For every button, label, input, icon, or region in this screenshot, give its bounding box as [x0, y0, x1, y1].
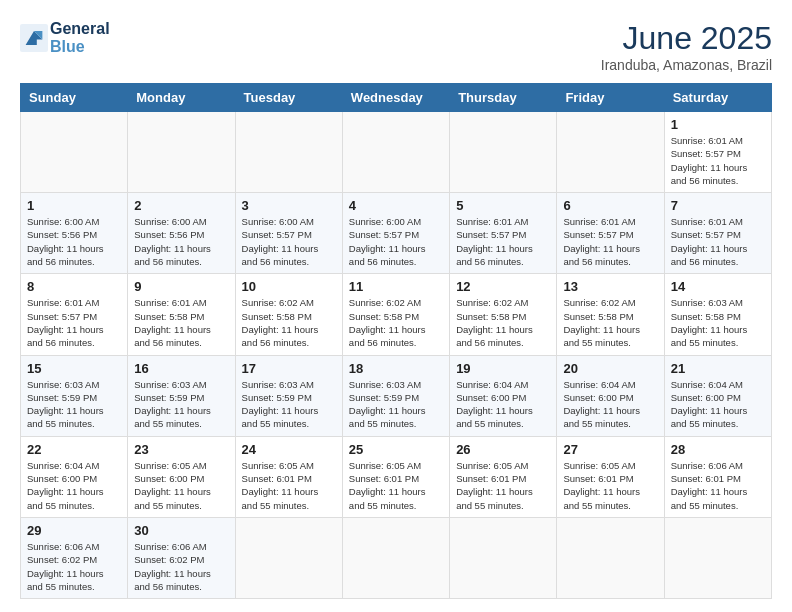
- day-number: 22: [27, 442, 121, 457]
- day-info: Sunrise: 6:04 AMSunset: 6:00 PMDaylight:…: [563, 378, 657, 431]
- day-info: Sunrise: 6:04 AMSunset: 6:00 PMDaylight:…: [456, 378, 550, 431]
- calendar-cell: 5Sunrise: 6:01 AMSunset: 5:57 PMDaylight…: [450, 193, 557, 274]
- calendar-cell: 18Sunrise: 6:03 AMSunset: 5:59 PMDayligh…: [342, 355, 449, 436]
- day-number: 11: [349, 279, 443, 294]
- calendar-cell: 23Sunrise: 6:05 AMSunset: 6:00 PMDayligh…: [128, 436, 235, 517]
- calendar-week-row: 1Sunrise: 6:00 AMSunset: 5:56 PMDaylight…: [21, 193, 772, 274]
- day-info: Sunrise: 6:04 AMSunset: 6:00 PMDaylight:…: [671, 378, 765, 431]
- calendar-cell: 14Sunrise: 6:03 AMSunset: 5:58 PMDayligh…: [664, 274, 771, 355]
- calendar-day-header: Wednesday: [342, 84, 449, 112]
- calendar-cell: [342, 517, 449, 598]
- day-number: 12: [456, 279, 550, 294]
- calendar-cell: 19Sunrise: 6:04 AMSunset: 6:00 PMDayligh…: [450, 355, 557, 436]
- location: Iranduba, Amazonas, Brazil: [601, 57, 772, 73]
- day-info: Sunrise: 6:01 AMSunset: 5:57 PMDaylight:…: [456, 215, 550, 268]
- month-title: June 2025: [601, 20, 772, 57]
- day-info: Sunrise: 6:01 AMSunset: 5:58 PMDaylight:…: [134, 296, 228, 349]
- day-info: Sunrise: 6:04 AMSunset: 6:00 PMDaylight:…: [27, 459, 121, 512]
- calendar-cell: 22Sunrise: 6:04 AMSunset: 6:00 PMDayligh…: [21, 436, 128, 517]
- calendar-day-header: Monday: [128, 84, 235, 112]
- calendar-cell: [450, 517, 557, 598]
- calendar-day-header: Sunday: [21, 84, 128, 112]
- day-number: 16: [134, 361, 228, 376]
- day-info: Sunrise: 6:01 AMSunset: 5:57 PMDaylight:…: [563, 215, 657, 268]
- calendar-week-row: 29Sunrise: 6:06 AMSunset: 6:02 PMDayligh…: [21, 517, 772, 598]
- day-info: Sunrise: 6:01 AMSunset: 5:57 PMDaylight:…: [671, 134, 765, 187]
- calendar-cell: 21Sunrise: 6:04 AMSunset: 6:00 PMDayligh…: [664, 355, 771, 436]
- calendar-cell: 13Sunrise: 6:02 AMSunset: 5:58 PMDayligh…: [557, 274, 664, 355]
- day-info: Sunrise: 6:01 AMSunset: 5:57 PMDaylight:…: [27, 296, 121, 349]
- calendar-cell: 11Sunrise: 6:02 AMSunset: 5:58 PMDayligh…: [342, 274, 449, 355]
- logo-icon: [20, 24, 48, 52]
- day-info: Sunrise: 6:02 AMSunset: 5:58 PMDaylight:…: [349, 296, 443, 349]
- logo: General Blue: [20, 20, 110, 55]
- day-number: 18: [349, 361, 443, 376]
- calendar-cell: 26Sunrise: 6:05 AMSunset: 6:01 PMDayligh…: [450, 436, 557, 517]
- day-info: Sunrise: 6:05 AMSunset: 6:01 PMDaylight:…: [456, 459, 550, 512]
- calendar-cell: 17Sunrise: 6:03 AMSunset: 5:59 PMDayligh…: [235, 355, 342, 436]
- day-number: 1: [671, 117, 765, 132]
- calendar-week-row: 8Sunrise: 6:01 AMSunset: 5:57 PMDaylight…: [21, 274, 772, 355]
- calendar-cell: [557, 112, 664, 193]
- day-number: 8: [27, 279, 121, 294]
- calendar-day-header: Thursday: [450, 84, 557, 112]
- calendar-cell: 24Sunrise: 6:05 AMSunset: 6:01 PMDayligh…: [235, 436, 342, 517]
- calendar-week-row: 1Sunrise: 6:01 AMSunset: 5:57 PMDaylight…: [21, 112, 772, 193]
- calendar-cell: 30Sunrise: 6:06 AMSunset: 6:02 PMDayligh…: [128, 517, 235, 598]
- day-number: 30: [134, 523, 228, 538]
- calendar-cell: 6Sunrise: 6:01 AMSunset: 5:57 PMDaylight…: [557, 193, 664, 274]
- calendar-cell: 20Sunrise: 6:04 AMSunset: 6:00 PMDayligh…: [557, 355, 664, 436]
- day-number: 5: [456, 198, 550, 213]
- calendar-cell: [235, 517, 342, 598]
- day-info: Sunrise: 6:03 AMSunset: 5:59 PMDaylight:…: [27, 378, 121, 431]
- calendar-cell: [342, 112, 449, 193]
- day-info: Sunrise: 6:00 AMSunset: 5:57 PMDaylight:…: [242, 215, 336, 268]
- day-number: 14: [671, 279, 765, 294]
- calendar-cell: 25Sunrise: 6:05 AMSunset: 6:01 PMDayligh…: [342, 436, 449, 517]
- day-info: Sunrise: 6:05 AMSunset: 6:01 PMDaylight:…: [563, 459, 657, 512]
- title-block: June 2025 Iranduba, Amazonas, Brazil: [601, 20, 772, 73]
- calendar-cell: 16Sunrise: 6:03 AMSunset: 5:59 PMDayligh…: [128, 355, 235, 436]
- day-info: Sunrise: 6:05 AMSunset: 6:00 PMDaylight:…: [134, 459, 228, 512]
- calendar-cell: 3Sunrise: 6:00 AMSunset: 5:57 PMDaylight…: [235, 193, 342, 274]
- calendar-week-row: 15Sunrise: 6:03 AMSunset: 5:59 PMDayligh…: [21, 355, 772, 436]
- calendar-cell: [235, 112, 342, 193]
- day-info: Sunrise: 6:03 AMSunset: 5:58 PMDaylight:…: [671, 296, 765, 349]
- day-info: Sunrise: 6:03 AMSunset: 5:59 PMDaylight:…: [134, 378, 228, 431]
- day-number: 25: [349, 442, 443, 457]
- calendar-cell: 27Sunrise: 6:05 AMSunset: 6:01 PMDayligh…: [557, 436, 664, 517]
- day-info: Sunrise: 6:06 AMSunset: 6:01 PMDaylight:…: [671, 459, 765, 512]
- day-number: 15: [27, 361, 121, 376]
- day-number: 23: [134, 442, 228, 457]
- day-info: Sunrise: 6:00 AMSunset: 5:56 PMDaylight:…: [134, 215, 228, 268]
- day-info: Sunrise: 6:03 AMSunset: 5:59 PMDaylight:…: [349, 378, 443, 431]
- calendar-day-header: Friday: [557, 84, 664, 112]
- day-number: 17: [242, 361, 336, 376]
- day-info: Sunrise: 6:00 AMSunset: 5:57 PMDaylight:…: [349, 215, 443, 268]
- calendar-cell: 15Sunrise: 6:03 AMSunset: 5:59 PMDayligh…: [21, 355, 128, 436]
- calendar-cell: 9Sunrise: 6:01 AMSunset: 5:58 PMDaylight…: [128, 274, 235, 355]
- day-number: 28: [671, 442, 765, 457]
- day-info: Sunrise: 6:06 AMSunset: 6:02 PMDaylight:…: [134, 540, 228, 593]
- calendar-day-header: Saturday: [664, 84, 771, 112]
- day-number: 6: [563, 198, 657, 213]
- logo-text-line1: General: [50, 20, 110, 38]
- calendar-cell: [450, 112, 557, 193]
- day-number: 13: [563, 279, 657, 294]
- day-number: 26: [456, 442, 550, 457]
- day-number: 19: [456, 361, 550, 376]
- calendar-cell: 7Sunrise: 6:01 AMSunset: 5:57 PMDaylight…: [664, 193, 771, 274]
- page-header: General Blue June 2025 Iranduba, Amazona…: [20, 20, 772, 73]
- calendar-cell: 1Sunrise: 6:01 AMSunset: 5:57 PMDaylight…: [664, 112, 771, 193]
- day-number: 4: [349, 198, 443, 213]
- calendar-header: SundayMondayTuesdayWednesdayThursdayFrid…: [21, 84, 772, 112]
- calendar-cell: 29Sunrise: 6:06 AMSunset: 6:02 PMDayligh…: [21, 517, 128, 598]
- day-number: 9: [134, 279, 228, 294]
- day-number: 20: [563, 361, 657, 376]
- day-number: 3: [242, 198, 336, 213]
- calendar-cell: [21, 112, 128, 193]
- calendar-cell: 4Sunrise: 6:00 AMSunset: 5:57 PMDaylight…: [342, 193, 449, 274]
- logo-text-line2: Blue: [50, 38, 110, 56]
- calendar-cell: 2Sunrise: 6:00 AMSunset: 5:56 PMDaylight…: [128, 193, 235, 274]
- day-info: Sunrise: 6:00 AMSunset: 5:56 PMDaylight:…: [27, 215, 121, 268]
